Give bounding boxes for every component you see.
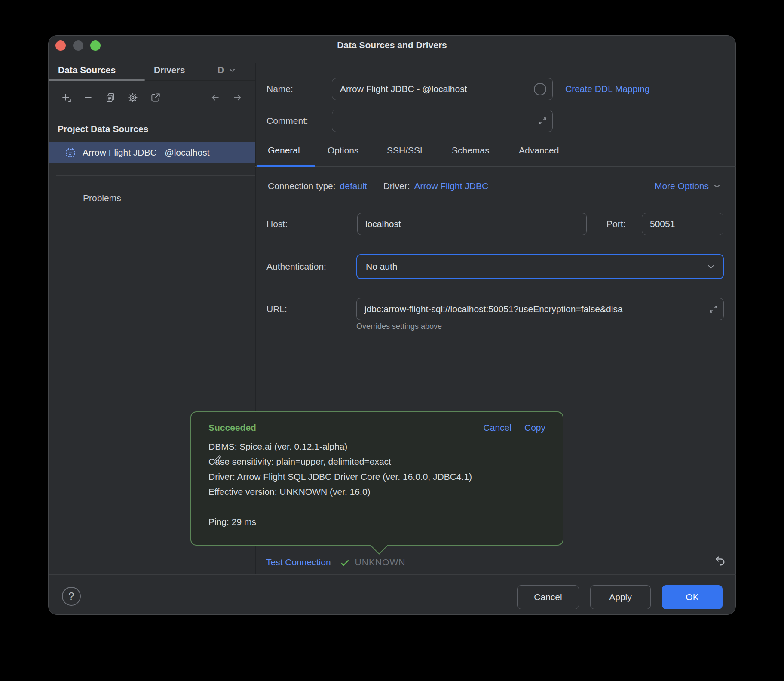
connection-result: UNKNOWN — [355, 557, 406, 568]
tab-data-sources[interactable]: Data Sources — [58, 64, 116, 76]
duplicate-icon — [105, 92, 116, 103]
expand-icon — [537, 116, 548, 126]
export-button[interactable] — [150, 92, 161, 103]
revert-button[interactable] — [713, 553, 727, 567]
settings-button[interactable] — [127, 92, 138, 103]
url-input[interactable]: jdbc:arrow-flight-sql://localhost:50051?… — [356, 298, 724, 320]
tab-drivers[interactable]: Drivers — [154, 64, 185, 76]
check-icon — [339, 556, 351, 568]
active-tab-underline — [49, 79, 145, 81]
expand-icon — [708, 304, 719, 314]
plus-icon — [61, 92, 72, 103]
url-label: URL: — [266, 303, 287, 315]
comment-label: Comment: — [266, 115, 308, 127]
refresh-spinner-icon — [534, 83, 546, 95]
authentication-label: Authentication: — [266, 261, 326, 273]
sidebar-divider — [56, 175, 255, 176]
name-label: Name: — [266, 83, 293, 95]
tab-general[interactable]: General — [268, 144, 300, 156]
back-button[interactable] — [210, 92, 221, 103]
more-options-label: More Options — [655, 181, 709, 191]
popup-copy-link[interactable]: Copy — [524, 423, 545, 433]
authentication-value: No auth — [366, 261, 398, 272]
popup-pointer — [371, 537, 388, 555]
chevron-down-icon — [227, 65, 237, 75]
test-connection-popup: Succeeded Cancel Copy DBMS: Spice.ai (ve… — [190, 411, 564, 546]
popup-version-line: Effective version: UNKNOWN (ver. 16.0) — [208, 484, 545, 499]
name-input[interactable]: Arrow Flight JDBC - @localhost — [332, 78, 553, 100]
tab-overflow-ddl[interactable]: D — [217, 64, 237, 76]
help-button[interactable]: ? — [62, 587, 81, 606]
window-title: Data Sources and Drivers — [49, 39, 735, 51]
data-source-list-item[interactable]: Arrow Flight JDBC - @localhost — [49, 142, 255, 163]
tab-schemas[interactable]: Schemas — [452, 144, 490, 156]
duplicate-button[interactable] — [105, 92, 116, 103]
data-source-label: Arrow Flight JDBC - @localhost — [83, 147, 210, 158]
authentication-select[interactable]: No auth — [356, 254, 724, 279]
tab-ssh-ssl[interactable]: SSH/SSL — [387, 144, 425, 156]
popup-case-line: Case sensitivity: plain=upper, delimited… — [208, 454, 545, 469]
data-source-icon — [65, 147, 76, 158]
arrow-left-icon — [210, 92, 221, 103]
expand-comment-button[interactable] — [536, 115, 548, 127]
tabs-divider — [255, 166, 736, 167]
test-connection-link[interactable]: Test Connection — [266, 557, 331, 568]
chevron-down-icon — [712, 181, 722, 191]
more-options-button[interactable]: More Options — [655, 180, 722, 192]
remove-data-source-button[interactable] — [83, 92, 94, 103]
popup-dbms-line: DBMS: Spice.ai (ver. 0.12.1-alpha) — [208, 439, 545, 454]
popup-driver-line: Driver: Arrow Flight SQL JDBC Driver Cor… — [208, 469, 545, 484]
footer-divider — [49, 574, 736, 575]
undo-icon — [714, 554, 726, 567]
apply-button[interactable]: Apply — [590, 585, 651, 609]
ok-button[interactable]: OK — [662, 585, 723, 609]
popup-cancel-link[interactable]: Cancel — [484, 423, 511, 433]
host-label: Host: — [266, 218, 288, 230]
driver-value-link[interactable]: Arrow Flight JDBC — [414, 181, 489, 191]
popup-status: Succeeded — [208, 423, 256, 433]
connection-type-label: Connection type: — [268, 181, 336, 191]
tab-overflow-label: D — [217, 64, 224, 76]
open-in-new-icon — [150, 92, 161, 103]
forward-button[interactable] — [232, 92, 243, 103]
url-hint: Overrides settings above — [356, 322, 442, 331]
port-label: Port: — [606, 218, 625, 230]
tab-options[interactable]: Options — [328, 144, 358, 156]
data-sources-dialog: Data Sources and Drivers Data Sources Dr… — [48, 35, 736, 615]
host-input[interactable]: localhost — [357, 213, 587, 235]
active-tab-indicator — [257, 165, 315, 167]
comment-input[interactable] — [332, 110, 553, 132]
port-value: 50051 — [650, 219, 675, 229]
chevron-down-icon — [706, 261, 716, 272]
connection-type-value[interactable]: default — [340, 181, 367, 191]
gear-icon — [127, 92, 138, 103]
cancel-button[interactable]: Cancel — [517, 585, 579, 609]
tab-advanced[interactable]: Advanced — [519, 144, 559, 156]
url-value: jdbc:arrow-flight-sql://localhost:50051?… — [364, 304, 623, 314]
popup-ping-line: Ping: 29 ms — [208, 514, 545, 529]
arrow-right-icon — [232, 92, 243, 103]
expand-url-button[interactable] — [707, 303, 720, 315]
driver-label: Driver: — [383, 181, 410, 191]
port-input[interactable]: 50051 — [642, 213, 723, 235]
name-value: Arrow Flight JDBC - @localhost — [340, 84, 467, 94]
connection-type-row: Connection type: default Driver: Arrow F… — [268, 180, 488, 192]
create-ddl-mapping-link[interactable]: Create DDL Mapping — [565, 83, 650, 95]
host-value: localhost — [365, 219, 401, 229]
project-data-sources-header: Project Data Sources — [58, 123, 148, 135]
add-data-source-button[interactable] — [61, 92, 72, 103]
minus-icon — [83, 92, 94, 103]
sidebar-item-problems[interactable]: Problems — [83, 192, 121, 204]
